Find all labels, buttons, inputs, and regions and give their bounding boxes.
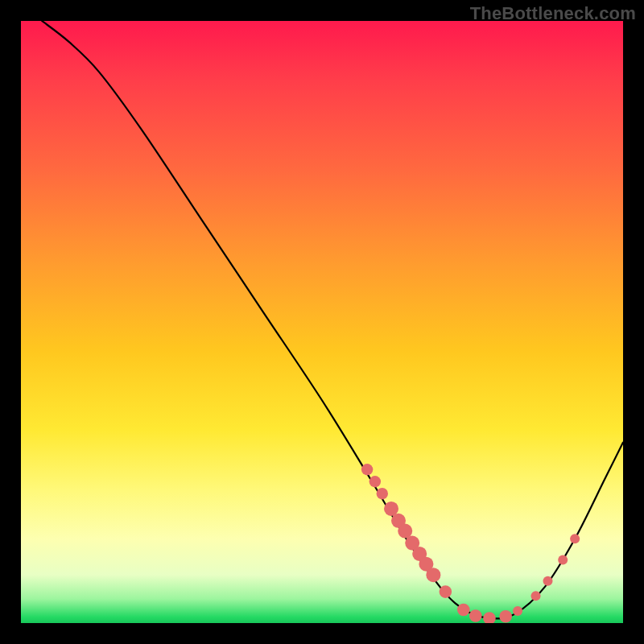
curve-marker	[570, 534, 580, 543]
curve-marker	[361, 464, 373, 475]
bottleneck-chart	[21, 21, 623, 623]
curve-marker	[440, 585, 452, 598]
bottleneck-curve	[42, 21, 623, 618]
curve-marker	[369, 476, 381, 487]
curve-marker	[483, 612, 496, 623]
curve-marker	[499, 610, 512, 623]
chart-plot-area	[21, 21, 623, 623]
curve-marker	[426, 568, 440, 582]
curve-marker	[543, 576, 553, 586]
curve-marker	[377, 488, 388, 499]
curve-marker	[457, 604, 470, 617]
curve-marker	[398, 524, 412, 539]
curve-marker	[469, 609, 482, 622]
curve-marker	[384, 502, 398, 516]
curve-marker	[513, 606, 522, 616]
curve-marker	[558, 555, 568, 564]
watermark-text: TheBottleneck.com	[470, 3, 636, 24]
curve-marker	[531, 591, 541, 601]
